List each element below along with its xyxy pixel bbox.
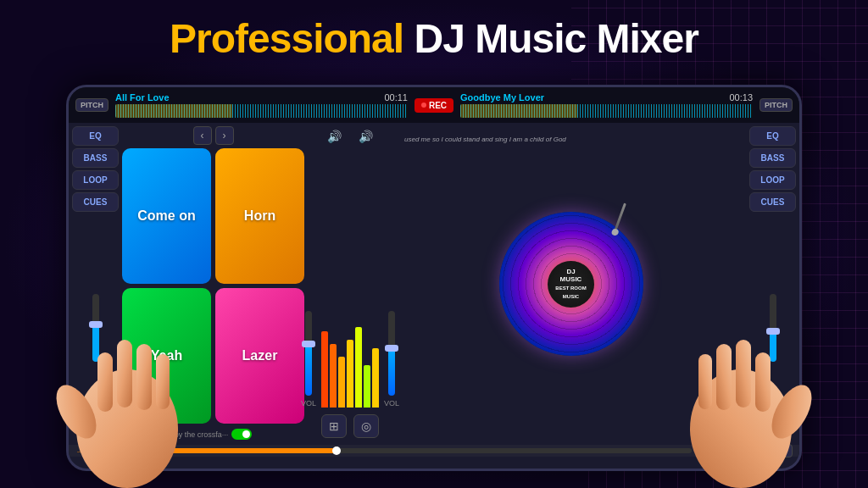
- fader-right-track[interactable]: [388, 311, 395, 396]
- pads-nav-right[interactable]: ›: [215, 126, 234, 145]
- progress-thumb[interactable]: [332, 446, 341, 455]
- waveform-left[interactable]: [115, 104, 408, 118]
- eq-bar-5: [364, 365, 370, 408]
- lyrics-text: used me so I could stand and sing I am a…: [404, 136, 566, 143]
- vol-icon-left: 🔊: [327, 130, 342, 143]
- eq-bar-1: [330, 344, 337, 408]
- pad-come-on[interactable]: Come on: [122, 148, 211, 284]
- pitch-right-btn[interactable]: PITCH: [760, 98, 793, 112]
- fader-left-container: VOL: [301, 311, 316, 408]
- track-left-section: All For Love 00:11: [112, 92, 411, 118]
- waveform-progress-right: [460, 104, 577, 118]
- eq-right-btn[interactable]: EQ: [749, 126, 796, 146]
- rec-button[interactable]: REC: [415, 98, 453, 113]
- eq-left-btn[interactable]: EQ: [72, 126, 119, 146]
- turntable-label: DJMUSICBEST ROOM MUSIC: [548, 261, 594, 308]
- lyrics-display: used me so I could stand and sing I am a…: [404, 135, 746, 144]
- progress-right-arrow: ►: [697, 446, 705, 456]
- eq-bar-4: [355, 327, 362, 408]
- eq-bars: [321, 314, 379, 408]
- right-fader-track[interactable]: [770, 294, 776, 362]
- turntable-text-1: DJMUSICBEST ROOM MUSIC: [548, 268, 594, 300]
- device-frame: PITCH All For Love 00:11 REC Goodbye My …: [66, 85, 802, 471]
- right-fader-container: [749, 214, 796, 441]
- progress-arrow-right: →: [752, 446, 760, 456]
- left-fader-thumb[interactable]: [89, 321, 103, 328]
- rec-dot: [421, 103, 426, 108]
- vol-icon-right: 🔊: [359, 130, 373, 143]
- left-fader-track[interactable]: [92, 294, 99, 362]
- mixer-icon-1[interactable]: ⊞: [321, 414, 347, 438]
- track-right-name: Goodbye My Lover: [460, 92, 544, 103]
- bass-left-btn[interactable]: BASS: [72, 148, 119, 168]
- rec-label: REC: [429, 101, 447, 110]
- eq-bar-0: [321, 331, 328, 408]
- pad-horn[interactable]: Horn: [215, 148, 304, 284]
- cues-left-btn[interactable]: CUES: [72, 192, 119, 212]
- fader-left-thumb[interactable]: [302, 341, 315, 347]
- waveform-right[interactable]: [460, 104, 753, 118]
- right-fader-thumb[interactable]: [766, 328, 780, 335]
- loop-left-btn[interactable]: LOOP: [72, 170, 119, 190]
- pads-nav-left[interactable]: ‹: [193, 126, 212, 145]
- left-fader-container: [72, 214, 119, 441]
- progress-left-arrow: ◄: [131, 446, 140, 456]
- faders-row: VOL VOL: [301, 150, 399, 408]
- track-right-time: 00:13: [729, 92, 753, 103]
- title-rest: DJ Music Mixer: [414, 16, 698, 61]
- vol-label-left: VOL: [301, 399, 316, 408]
- set-btn[interactable]: SET: [765, 444, 793, 458]
- reset-right-btn[interactable]: RESET: [709, 444, 747, 458]
- crossfade-toggle[interactable]: [231, 429, 252, 440]
- fader-left-track[interactable]: [305, 311, 312, 396]
- left-panel: EQ BASS LOOP CUES: [72, 126, 119, 441]
- eq-bar-3: [347, 340, 353, 408]
- mixer-section: 🔊 🔊 VOL VOL: [308, 126, 392, 441]
- progress-arrow-left: →: [75, 446, 84, 456]
- pads-grid: Come on Horn Yeah Lazer: [122, 148, 304, 424]
- mixer-bottom: ⊞ ◎: [321, 411, 379, 441]
- top-bar: PITCH All For Love 00:11 REC Goodbye My …: [69, 87, 799, 123]
- bass-right-btn[interactable]: BASS: [749, 148, 796, 168]
- eq-bar-6: [372, 348, 379, 408]
- volume-icons-row: 🔊 🔊: [327, 126, 373, 147]
- progress-bar-container: → RESET ◄ ► RESET → SET: [69, 445, 799, 457]
- progress-fill: [145, 448, 337, 453]
- right-panel: EQ BASS LOOP CUES: [749, 126, 796, 441]
- page-title: Professional DJ Music Mixer: [0, 15, 868, 62]
- cues-right-btn[interactable]: CUES: [749, 192, 796, 212]
- track-left-name: All For Love: [115, 92, 170, 103]
- title-professional: Professional: [170, 16, 403, 61]
- pad-lazer[interactable]: Lazer: [215, 288, 304, 424]
- pad-yeah[interactable]: Yeah: [122, 288, 211, 424]
- pitch-left-btn[interactable]: PITCH: [75, 98, 108, 112]
- toggle-thumb: [242, 430, 250, 438]
- reset-left-btn[interactable]: RESET: [89, 444, 126, 458]
- mixer-icon-2[interactable]: ◎: [353, 414, 379, 438]
- track-left-info: All For Love 00:11: [115, 92, 408, 103]
- crossfade-row: by the crossfa···: [122, 427, 304, 441]
- turntable-section: DJMUSICBEST ROOM MUSIC used me so I coul…: [396, 126, 746, 441]
- eq-bar-2: [338, 357, 345, 408]
- main-content: EQ BASS LOOP CUES ‹ › Come on Horn Yeah …: [69, 123, 799, 445]
- pads-nav: ‹ ›: [122, 126, 304, 145]
- crossfade-label: by the crossfa···: [175, 430, 229, 439]
- track-left-time: 00:11: [384, 92, 408, 103]
- progress-bar[interactable]: [145, 448, 692, 453]
- waveform-progress-left: [115, 104, 232, 118]
- pads-section: ‹ › Come on Horn Yeah Lazer by the cross…: [122, 126, 304, 441]
- loop-right-btn[interactable]: LOOP: [749, 170, 796, 190]
- turntable[interactable]: DJMUSICBEST ROOM MUSIC: [499, 212, 643, 356]
- track-right-section: Goodbye My Lover 00:13: [457, 92, 756, 118]
- track-right-info: Goodbye My Lover 00:13: [460, 92, 753, 103]
